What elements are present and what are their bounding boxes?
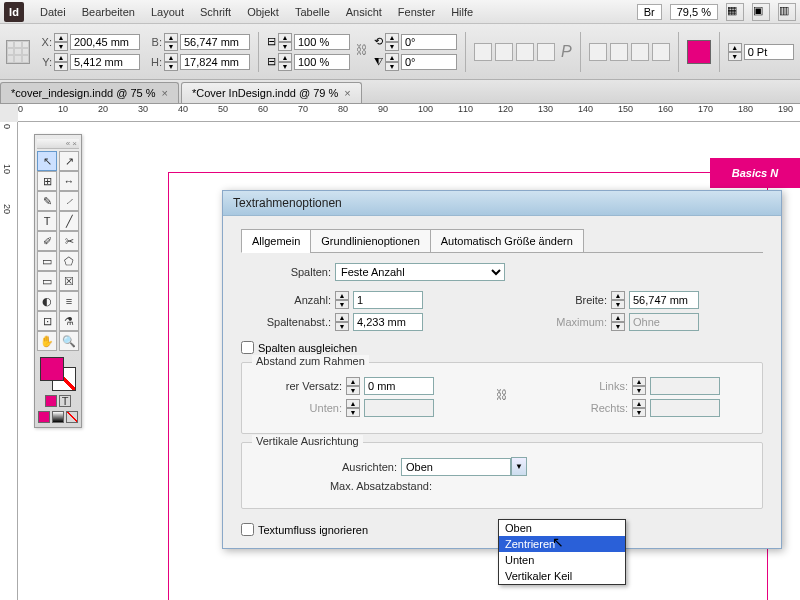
menu-hilfe[interactable]: Hilfe [443,6,481,18]
spaltenabst-field[interactable] [353,313,423,331]
close-icon[interactable]: × [161,87,167,99]
dialog-title[interactable]: Textrahmenoptionen [223,191,781,216]
x-down[interactable]: ▼ [54,42,68,51]
link-scale-icon[interactable]: ⛓ [356,43,368,61]
chevron-down-icon[interactable]: ▼ [511,457,527,476]
option-oben[interactable]: Oben [499,520,625,536]
tool-button[interactable]: ✐ [37,231,57,251]
close-icon[interactable]: × [344,87,350,99]
menu-ansicht[interactable]: Ansicht [338,6,390,18]
ruler-tick: 130 [538,104,553,114]
tool-button[interactable]: ✎ [37,191,57,211]
y-field[interactable] [70,54,140,70]
workspace-switch[interactable]: Br [637,4,662,20]
menu-tabelle[interactable]: Tabelle [287,6,338,18]
scale-y-field[interactable] [294,54,350,70]
tool-button[interactable]: 🔍 [59,331,79,351]
tool-button[interactable]: ⟋ [59,191,79,211]
y-down[interactable]: ▼ [54,62,68,71]
menu-schrift[interactable]: Schrift [192,6,239,18]
screen-mode-icon[interactable]: ▣ [752,3,770,21]
w-field[interactable] [180,34,250,50]
tool-button[interactable]: ⊡ [37,311,57,331]
tab-grundlinien[interactable]: Grundlinienoptionen [310,229,430,253]
scale-x-field[interactable] [294,34,350,50]
versatz-field[interactable] [364,377,434,395]
option-unten[interactable]: Unten [499,552,625,568]
ruler-tick: 120 [498,104,513,114]
stroke-weight-field[interactable] [744,44,794,60]
tool-button[interactable]: ▭ [37,271,57,291]
transform-icons [474,43,555,61]
zoom-level[interactable]: 79,5 % [670,4,718,20]
tool-button[interactable]: ⊞ [37,171,57,191]
rotate-90-ccw-icon[interactable] [495,43,513,61]
tab-auto-size[interactable]: Automatisch Größe ändern [430,229,584,253]
flip-v-icon[interactable] [537,43,555,61]
arrange-back-icon[interactable] [610,43,628,61]
format-container-icon[interactable] [45,395,57,407]
breite-field[interactable] [629,291,699,309]
arrange-icon[interactable]: ▥ [778,3,796,21]
tool-button[interactable]: ≡ [59,291,79,311]
flip-h-icon[interactable] [516,43,534,61]
menu-fenster[interactable]: Fenster [390,6,443,18]
h-field[interactable] [180,54,250,70]
select-container-icon[interactable] [631,43,649,61]
menu-bearbeiten[interactable]: Bearbeiten [74,6,143,18]
ruler-tick: 180 [738,104,753,114]
fill-swatch[interactable] [687,40,711,64]
tool-button[interactable]: T [37,211,57,231]
tool-button[interactable]: ☒ [59,271,79,291]
option-zentrieren[interactable]: Zentrieren [499,536,625,552]
tool-button[interactable]: ⬠ [59,251,79,271]
basics-label-box[interactable]: Basics N [710,158,800,188]
shear-field[interactable] [401,54,457,70]
ruler-tick: 160 [658,104,673,114]
x-field[interactable] [70,34,140,50]
ausrichten-combo[interactable]: Oben ▼ [401,457,527,476]
arrange-front-icon[interactable] [589,43,607,61]
tool-button[interactable]: ⚗ [59,311,79,331]
apply-none-icon[interactable] [66,411,78,423]
tool-button[interactable]: ↗ [59,151,79,171]
link-inset-icon[interactable]: ⛓ [496,388,508,406]
tool-button[interactable]: ▭ [37,251,57,271]
ruler-tick: 0 [2,124,12,129]
rotate-90-cw-icon[interactable] [474,43,492,61]
tool-button[interactable]: ╱ [59,211,79,231]
format-text-icon[interactable]: T [59,395,71,407]
ruler-tick: 110 [458,104,473,114]
spalten-select[interactable]: Feste Anzahl [335,263,505,281]
tab-allgemein[interactable]: Allgemein [241,229,311,253]
y-up[interactable]: ▲ [54,53,68,62]
textumfluss-check[interactable] [241,523,254,536]
tool-button[interactable]: ✂ [59,231,79,251]
anzahl-field[interactable] [353,291,423,309]
ruler-tick: 90 [378,104,388,114]
menu-datei[interactable]: Datei [32,6,74,18]
x-up[interactable]: ▲ [54,33,68,42]
rotate-field[interactable] [401,34,457,50]
tools-panel: « × ↖↗⊞↔✎⟋T╱✐✂▭⬠▭☒◐≡⊡⚗✋🔍 T [34,134,82,428]
spalten-label: Spalten: [241,266,331,278]
apply-gradient-icon[interactable] [52,411,64,423]
apply-color-icon[interactable] [38,411,50,423]
shear-icon: ⧨ [374,55,383,68]
fill-stroke-swatches[interactable] [38,357,78,391]
tool-button[interactable]: ↔ [59,171,79,191]
menu-objekt[interactable]: Objekt [239,6,287,18]
option-vertikaler-keil[interactable]: Vertikaler Keil [499,568,625,584]
reference-point-grid[interactable] [6,40,30,64]
select-content-icon[interactable] [652,43,670,61]
tool-button[interactable]: ◐ [37,291,57,311]
spalten-ausgleichen-check[interactable] [241,341,254,354]
tab-cover-2[interactable]: *Cover InDesign.indd @ 79 %× [181,82,362,103]
menu-layout[interactable]: Layout [143,6,192,18]
view-options-icon[interactable]: ▦ [726,3,744,21]
panel-grip[interactable]: « × [37,139,79,149]
tool-button[interactable]: ↖ [37,151,57,171]
tool-button[interactable]: ✋ [37,331,57,351]
fill-color-swatch[interactable] [40,357,64,381]
tab-cover-1[interactable]: *cover_indesign.indd @ 75 %× [0,82,179,103]
